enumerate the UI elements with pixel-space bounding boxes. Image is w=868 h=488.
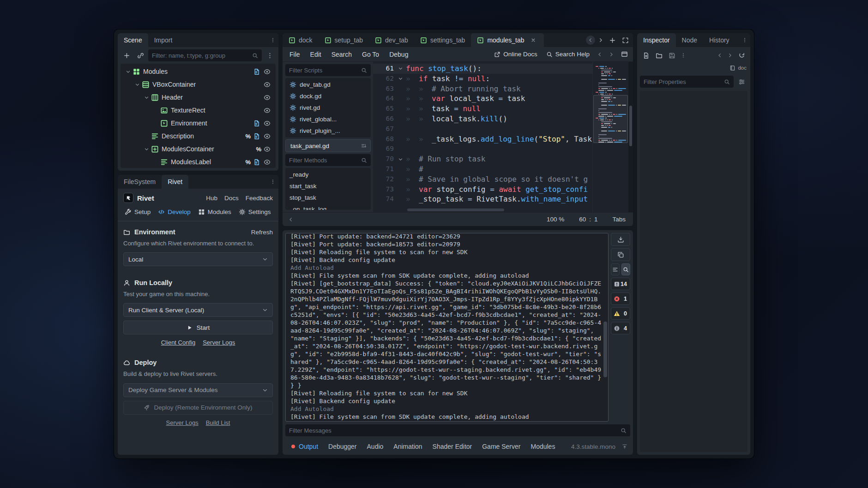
add-node-button[interactable] [121, 49, 133, 61]
visibility-toggle[interactable] [262, 118, 272, 128]
rivet-link-hub[interactable]: Hub [206, 195, 217, 202]
rivet-nav-modules[interactable]: Modules [196, 207, 234, 217]
script-history-back-button[interactable] [595, 50, 604, 59]
new-scene-tab-button[interactable] [606, 34, 618, 46]
environment-dropdown[interactable]: Local [123, 252, 273, 266]
method-item-stop-task[interactable]: stop_task [285, 192, 371, 203]
next-scene-tab-button[interactable] [596, 36, 605, 45]
code-line-61[interactable]: 61func stop_task(): [373, 64, 592, 74]
new-resource-button[interactable] [640, 49, 652, 61]
rivet-nav-settings[interactable]: Settings [236, 207, 273, 217]
collapse-arrow-icon[interactable] [143, 145, 151, 153]
code-line-69[interactable]: 69 [373, 144, 592, 154]
code-line-65[interactable]: 65»»task = null [373, 104, 592, 114]
unique-name-badge[interactable]: % [245, 159, 251, 166]
visibility-toggle[interactable] [262, 157, 272, 167]
filter-warnings-toggle[interactable]: 0 [611, 307, 630, 320]
code-vertical-scrollbar[interactable] [628, 62, 633, 212]
script-item-dev-tab-gd[interactable]: dev_tab.gd [285, 79, 371, 90]
scene-node-vboxcontainer[interactable]: VBoxContainer [121, 78, 275, 91]
method-item-on-task-log[interactable]: _on_task_log [285, 203, 371, 210]
script-history-forward-button[interactable] [607, 50, 616, 59]
instance-scene-button[interactable] [134, 49, 146, 61]
bottom-panel-game-server[interactable]: Game Server [477, 440, 525, 452]
visibility-toggle[interactable] [262, 105, 272, 115]
expand-bottom-panel-button[interactable] [620, 442, 629, 451]
script-item-dock-gd[interactable]: dock.gd [285, 90, 371, 102]
bottom-panel-audio[interactable]: Audio [362, 440, 389, 452]
code-minimap[interactable] [592, 62, 628, 212]
code-line-62[interactable]: 62»if task != null: [373, 74, 592, 84]
search-log-button[interactable] [621, 263, 630, 275]
rivet-nav-setup[interactable]: Setup [122, 207, 153, 217]
code-line-63[interactable]: 63»»# Abort running task [373, 84, 592, 94]
start-button[interactable]: Start [123, 321, 273, 334]
code-line-70[interactable]: 70»# Run stop task [373, 154, 592, 164]
rivet-link-docs[interactable]: Docs [224, 195, 239, 202]
code-horizontal-scrollbar[interactable] [407, 208, 504, 211]
menu-search[interactable]: Search [326, 51, 357, 58]
left-dock-menu-button[interactable] [268, 177, 277, 186]
method-item-ready[interactable]: _ready [285, 169, 371, 180]
minimap-viewport[interactable] [593, 95, 628, 143]
scene-dock-tab-import[interactable]: Import [148, 33, 179, 47]
code-line-67[interactable]: 67 [373, 124, 592, 134]
fold-arrow-icon[interactable] [398, 66, 406, 71]
scene-dock-tab-scene[interactable]: Scene [118, 33, 148, 47]
filter-scripts-input[interactable]: Filter Scripts [285, 64, 371, 76]
left-dock-tab-filesystem[interactable]: FileSystem [118, 175, 162, 189]
search-help-button[interactable]: Search Help [543, 51, 593, 58]
filter-methods-input[interactable]: Filter Methods [285, 154, 371, 166]
scene-tab-setup-tab[interactable]: setup_tab [319, 33, 369, 47]
inspector-back-button[interactable] [715, 51, 724, 60]
code-line-71[interactable]: 71»# [373, 164, 592, 174]
menu-edit[interactable]: Edit [305, 51, 326, 58]
scene-node-moduleslabel[interactable]: ModulesLabel% [121, 155, 275, 168]
fold-arrow-icon[interactable] [398, 157, 406, 162]
scene-node-modulescontainer[interactable]: ModulesContainer% [121, 143, 275, 155]
link-build-list[interactable]: Build List [206, 419, 230, 426]
collapse-arrow-icon[interactable] [133, 81, 141, 89]
code-editor[interactable]: 61func stop_task():62»if task != null:63… [373, 62, 633, 212]
bottom-panel-animation[interactable]: Animation [388, 440, 427, 452]
scene-node-texturerect[interactable]: TextureRect [121, 104, 275, 117]
script-item-rivet-plugin[interactable]: rivet_plugin_... [285, 125, 371, 137]
visibility-toggle[interactable] [262, 131, 272, 141]
collapse-log-button[interactable] [611, 263, 620, 275]
unique-name-badge[interactable]: % [256, 146, 261, 153]
bottom-panel-debugger[interactable]: Debugger [323, 440, 362, 452]
code-line-72[interactable]: 72»# Save in global scope so it doesn't … [373, 174, 592, 184]
code-line-73[interactable]: 73»var stop_config = await get_stop_conf… [373, 184, 592, 195]
scene-tab-dock[interactable]: dock [283, 33, 319, 47]
scene-node-modules[interactable]: Modules [121, 65, 275, 78]
link-client-config[interactable]: Client Config [161, 339, 195, 346]
attached-script-button[interactable] [251, 157, 261, 167]
save-resource-button[interactable] [666, 49, 678, 61]
inspector-tab-inspector[interactable]: Inspector [637, 33, 676, 47]
filter-properties-input[interactable]: Filter Properties [640, 76, 734, 88]
visibility-toggle[interactable] [262, 66, 272, 77]
link-server-logs[interactable]: Server Logs [166, 419, 199, 426]
output-log[interactable]: [Rivet] Port update: backend=24721 edito… [285, 233, 609, 422]
filter-messages-input[interactable]: Filter Messages [285, 424, 630, 436]
distraction-free-button[interactable] [619, 34, 631, 46]
inspector-tab-node[interactable]: Node [676, 33, 703, 47]
bottom-panel-modules[interactable]: Modules [525, 440, 560, 452]
inspector-tab-history[interactable]: History [703, 33, 735, 47]
collapse-arrow-icon[interactable] [143, 94, 151, 101]
menu-file[interactable]: File [284, 51, 305, 58]
zoom-level[interactable]: 100 % [547, 216, 564, 223]
bottom-panel-output[interactable]: Output [286, 440, 323, 452]
scroll-left-button[interactable] [286, 215, 295, 224]
indent-mode[interactable]: Tabs [612, 216, 626, 223]
menu-debug[interactable]: Debug [384, 51, 413, 58]
load-resource-button[interactable] [653, 49, 665, 61]
inspector-forward-button[interactable] [725, 51, 735, 60]
rivet-nav-develop[interactable]: Develop [156, 207, 193, 217]
resource-options-button[interactable] [679, 51, 688, 60]
visibility-toggle[interactable] [262, 92, 272, 102]
scene-tab-dev-tab[interactable]: dev_tab [369, 33, 414, 47]
save-log-button[interactable] [611, 233, 630, 246]
left-dock-tab-rivet[interactable]: Rivet [162, 175, 188, 189]
scene-tab-settings-tab[interactable]: settings_tab [414, 33, 471, 47]
